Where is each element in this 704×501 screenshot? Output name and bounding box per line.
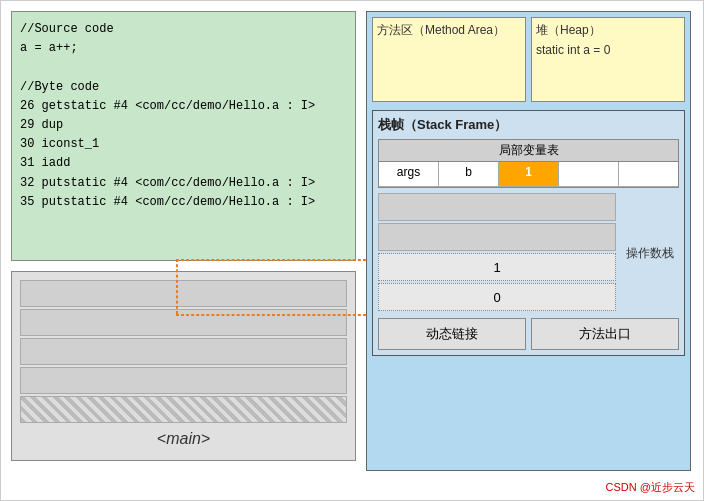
local-var-cell-empty1 [559, 162, 619, 186]
method-exit-label: 方法出口 [579, 326, 631, 341]
method-area-box: 方法区（Method Area） [372, 17, 526, 102]
heap-box: 堆（Heap） static int a = 0 [531, 17, 685, 102]
stack-row-4 [20, 367, 347, 394]
local-var-header: 局部变量表 [379, 140, 678, 162]
op-cell-4: 0 [378, 283, 616, 311]
method-area-title: 方法区（Method Area） [377, 22, 521, 39]
source-panel: //Source code a = a++; //Byte code 26 ge… [11, 11, 356, 261]
main-label: <main> [157, 430, 210, 448]
source-code: //Source code a = a++; //Byte code 26 ge… [20, 20, 347, 212]
operand-stack: 1 0 [378, 193, 616, 313]
stack-row-3 [20, 338, 347, 365]
operand-cells: 1 0 [378, 193, 616, 313]
local-var-cell-args: args [379, 162, 439, 186]
main-container: //Source code a = a++; //Byte code 26 ge… [0, 0, 704, 501]
bottom-buttons: 动态链接 方法出口 [378, 318, 679, 350]
local-var-cell-b: b [439, 162, 499, 186]
watermark: CSDN @近步云天 [606, 480, 695, 495]
operand-area: 1 0 操作数栈 [378, 193, 679, 313]
heap-content: static int a = 0 [536, 43, 680, 57]
stack-frame-title: 栈帧（Stack Frame） [378, 116, 679, 134]
stack-call-area: <main> [11, 271, 356, 461]
stack-rows [20, 280, 347, 425]
local-var-cell-1: 1 [499, 162, 559, 186]
op-cell-1 [378, 193, 616, 221]
right-panel: 方法区（Method Area） 堆（Heap） static int a = … [366, 11, 691, 471]
operand-stack-label: 操作数栈 [621, 193, 679, 313]
dynamic-link-button[interactable]: 动态链接 [378, 318, 526, 350]
dashed-arrow-left [176, 259, 178, 314]
local-var-cell-empty2 [619, 162, 678, 186]
method-exit-button[interactable]: 方法出口 [531, 318, 679, 350]
local-var-row: args b 1 [379, 162, 678, 187]
op-cell-2 [378, 223, 616, 251]
dashed-arrow-bottom [176, 314, 376, 316]
dynamic-link-label: 动态链接 [426, 326, 478, 341]
top-boxes: 方法区（Method Area） 堆（Heap） static int a = … [372, 17, 685, 102]
op-cell-3: 1 [378, 253, 616, 281]
heap-title: 堆（Heap） [536, 22, 680, 39]
stack-row-1 [20, 280, 347, 307]
dashed-arrow-top [176, 259, 376, 261]
stack-frame: 栈帧（Stack Frame） 局部变量表 args b 1 [372, 110, 685, 356]
stack-row-5-hatched [20, 396, 347, 423]
local-var-table: 局部变量表 args b 1 [378, 139, 679, 188]
